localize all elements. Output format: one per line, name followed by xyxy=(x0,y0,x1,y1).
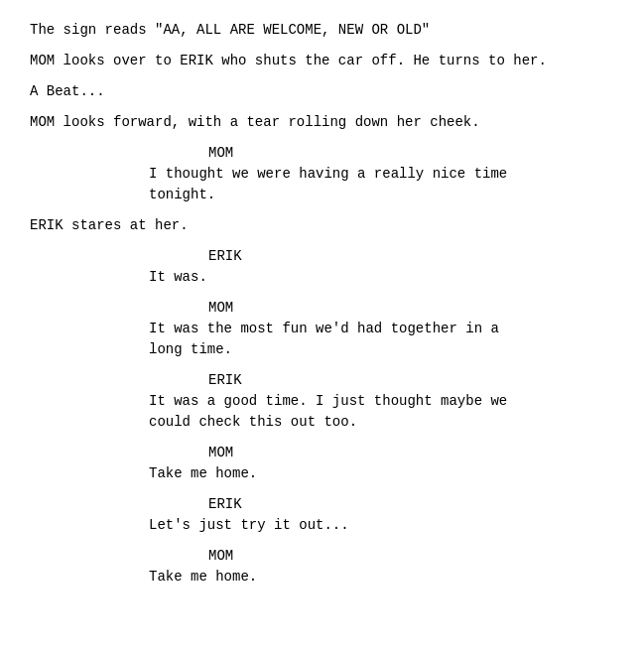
action-line: MOM looks forward, with a tear rolling d… xyxy=(30,112,614,133)
action-line: The sign reads "AA, ALL ARE WELCOME, NEW… xyxy=(30,20,614,41)
dialogue-line: It was a good time. I just thought maybe… xyxy=(149,391,535,433)
dialogue-line: It was the most fun we'd had together in… xyxy=(149,319,535,360)
action-line: A Beat... xyxy=(30,81,614,102)
dialogue-line: Take me home. xyxy=(149,567,535,588)
dialogue-line: It was. xyxy=(149,267,535,288)
dialogue-line: Let's just try it out... xyxy=(149,515,535,536)
character-name: MOM xyxy=(208,143,614,164)
character-name: MOM xyxy=(208,298,614,319)
character-name: ERIK xyxy=(208,246,614,267)
character-name: ERIK xyxy=(208,370,614,391)
character-name: MOM xyxy=(208,546,614,567)
script-content: The sign reads "AA, ALL ARE WELCOME, NEW… xyxy=(30,20,614,588)
action-line: ERIK stares at her. xyxy=(30,215,614,236)
character-name: ERIK xyxy=(208,494,614,515)
action-line: MOM looks over to ERIK who shuts the car… xyxy=(30,51,614,71)
dialogue-line: I thought we were having a really nice t… xyxy=(149,164,535,205)
dialogue-line: Take me home. xyxy=(149,463,535,484)
character-name: MOM xyxy=(208,443,614,463)
